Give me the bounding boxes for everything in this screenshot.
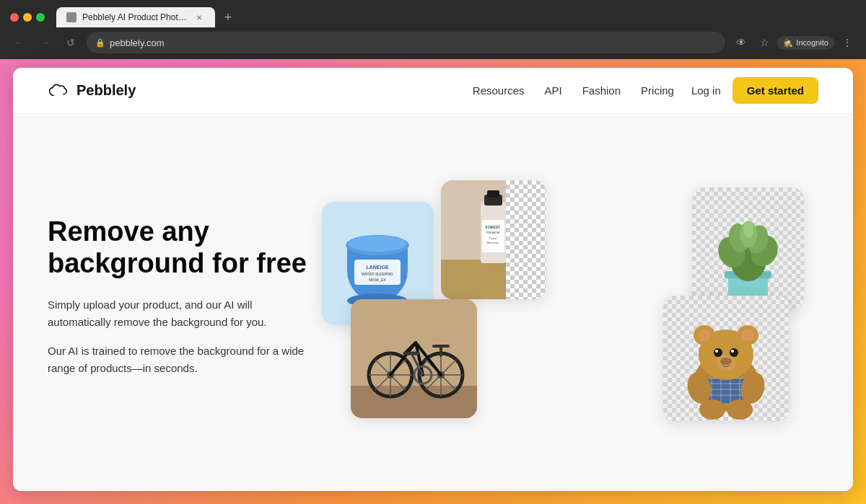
svg-text:WATER SLEEPING: WATER SLEEPING bbox=[362, 272, 393, 276]
site-nav: Pebblely Resources API Fashion Pricing L… bbox=[13, 68, 853, 114]
browser-chrome: Pebblely AI Product Photogr... ✕ + ← → ↺… bbox=[0, 0, 866, 59]
new-tab-button[interactable]: + bbox=[218, 7, 238, 27]
active-tab[interactable]: Pebblely AI Product Photogr... ✕ bbox=[56, 7, 215, 27]
traffic-lights bbox=[10, 13, 45, 22]
svg-point-87 bbox=[730, 348, 738, 357]
get-started-button[interactable]: Get started bbox=[732, 77, 818, 104]
svg-text:PREMIUM: PREMIUM bbox=[486, 231, 500, 234]
toolbar-right: 👁 ☆ 🕵 Incognito ⋮ bbox=[731, 32, 857, 53]
svg-point-93 bbox=[727, 399, 753, 420]
lock-icon: 🔒 bbox=[95, 38, 105, 48]
tab-title: Pebblely AI Product Photogr... bbox=[82, 12, 188, 22]
logo-text: Pebblely bbox=[76, 82, 136, 99]
svg-point-91 bbox=[716, 355, 736, 371]
tab-close-button[interactable]: ✕ bbox=[193, 12, 205, 23]
address-bar[interactable]: 🔒 pebblely.com bbox=[87, 32, 725, 53]
svg-text:MASK_EX: MASK_EX bbox=[369, 278, 386, 282]
svg-rect-16 bbox=[487, 190, 499, 198]
site-logo[interactable]: Pebblely bbox=[48, 82, 136, 99]
svg-point-85 bbox=[741, 330, 754, 341]
tab-favicon bbox=[66, 12, 76, 22]
hero-section: Remove any background for free Simply up… bbox=[13, 114, 853, 491]
nav-fashion[interactable]: Fashion bbox=[582, 84, 621, 97]
login-link[interactable]: Log in bbox=[691, 84, 721, 97]
svg-rect-26 bbox=[506, 180, 546, 299]
hero-title: Remove any background for free bbox=[48, 216, 307, 279]
close-button[interactable] bbox=[10, 13, 19, 22]
svg-point-86 bbox=[714, 348, 722, 357]
incognito-icon: 🕵 bbox=[783, 38, 793, 48]
incognito-badge: 🕵 Incognito bbox=[777, 36, 834, 50]
svg-text:Moisturiser: Moisturiser bbox=[486, 242, 499, 244]
nav-pricing[interactable]: Pricing bbox=[641, 84, 674, 97]
svg-point-92 bbox=[699, 399, 725, 420]
svg-text:Facial: Facial bbox=[489, 237, 497, 240]
svg-text:FOREST: FOREST bbox=[486, 225, 500, 229]
nav-api[interactable]: API bbox=[545, 84, 562, 97]
cloud-icon bbox=[48, 83, 71, 99]
website: Pebblely Resources API Fashion Pricing L… bbox=[13, 68, 853, 491]
maximize-button[interactable] bbox=[36, 13, 45, 22]
product-card-bear bbox=[663, 296, 790, 422]
title-bar: Pebblely AI Product Photogr... ✕ + bbox=[0, 0, 866, 27]
website-wrapper: Pebblely Resources API Fashion Pricing L… bbox=[0, 59, 866, 504]
minimize-button[interactable] bbox=[23, 13, 32, 22]
hero-images: LANEIGE WATER SLEEPING MASK_EX bbox=[322, 180, 818, 425]
svg-text:LANEIGE: LANEIGE bbox=[366, 265, 388, 270]
bookmark-button[interactable]: ☆ bbox=[754, 32, 774, 53]
address-bar-row: ← → ↺ 🔒 pebblely.com 👁 ☆ 🕵 Incognito ⋮ bbox=[0, 27, 866, 59]
product-card-serum: FOREST PREMIUM Facial Moisturiser bbox=[441, 180, 546, 299]
url-text: pebblely.com bbox=[110, 37, 165, 48]
nav-resources[interactable]: Resources bbox=[473, 84, 525, 97]
incognito-label: Incognito bbox=[796, 38, 828, 47]
hero-desc-1: Simply upload your product, and our AI w… bbox=[48, 296, 307, 331]
more-options-button[interactable]: ⋮ bbox=[837, 32, 857, 53]
product-card-plant bbox=[692, 187, 804, 310]
tabs-row: Pebblely AI Product Photogr... ✕ + bbox=[56, 7, 856, 27]
svg-point-83 bbox=[698, 330, 711, 341]
product-card-bike bbox=[351, 299, 477, 418]
hero-desc-2: Our AI is trained to remove the backgrou… bbox=[48, 342, 307, 377]
forward-button[interactable]: → bbox=[35, 32, 55, 53]
back-button[interactable]: ← bbox=[9, 32, 29, 53]
svg-point-88 bbox=[715, 350, 718, 353]
nav-links: Resources API Fashion Pricing bbox=[473, 84, 674, 97]
eye-slash-icon[interactable]: 👁 bbox=[731, 32, 751, 53]
hero-text: Remove any background for free Simply up… bbox=[48, 216, 307, 389]
svg-point-40 bbox=[743, 221, 753, 238]
refresh-button[interactable]: ↺ bbox=[61, 32, 81, 53]
svg-point-5 bbox=[349, 236, 406, 252]
svg-point-89 bbox=[731, 350, 734, 353]
